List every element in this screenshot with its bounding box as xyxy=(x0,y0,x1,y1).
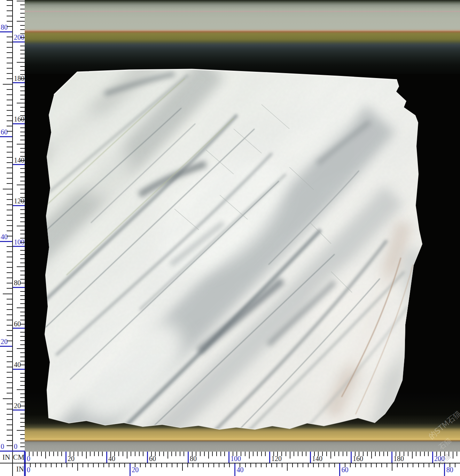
ruler-tick xyxy=(318,463,319,467)
ruler-tick xyxy=(150,463,151,467)
ruler-tick xyxy=(161,463,162,467)
ruler-tick xyxy=(303,463,303,467)
ruler-tick xyxy=(455,463,455,467)
ruler-tick xyxy=(124,463,125,467)
ruler-tick xyxy=(35,463,36,467)
ruler-tick xyxy=(439,463,440,467)
ruler-tick xyxy=(213,463,214,467)
ruler-tick xyxy=(219,463,219,467)
corner-top-border xyxy=(0,451,25,452)
ruler-tick xyxy=(397,463,398,467)
ruler-tick xyxy=(287,463,288,471)
ruler-tick xyxy=(187,463,188,467)
ruler-tick xyxy=(224,463,225,467)
ruler-tick xyxy=(208,463,209,467)
ruler-tick xyxy=(93,463,94,467)
ruler-tick xyxy=(98,463,99,467)
ruler-tick xyxy=(329,463,329,467)
ruler-tick xyxy=(323,463,324,467)
ruler-tick xyxy=(240,463,240,467)
ruler-tick xyxy=(203,463,204,467)
stone-slab-scan-page: 的STM石猫 石猫 020406080 02040608010012014016… xyxy=(0,0,460,476)
ruler-tick xyxy=(292,463,293,467)
ruler-tick xyxy=(198,463,198,467)
ruler-tick xyxy=(276,463,277,467)
ruler-tick xyxy=(156,463,157,467)
ruler-tick xyxy=(119,463,120,467)
ruler-tick xyxy=(83,463,83,467)
ruler-bottom-inches: 020406080 xyxy=(0,0,460,476)
ruler-tick xyxy=(334,463,335,467)
ruler-tick xyxy=(271,463,272,467)
ruler-tick xyxy=(376,463,377,467)
ruler-tick xyxy=(450,463,450,467)
ruler-tick xyxy=(61,463,62,467)
ruler-tick xyxy=(114,463,115,467)
ruler-tick xyxy=(245,463,246,467)
ruler-tick xyxy=(103,463,104,467)
ruler-tick xyxy=(381,463,382,467)
bottom-rulers-divider xyxy=(0,463,460,463)
ruler-tick xyxy=(177,463,178,467)
ruler-tick xyxy=(429,463,429,467)
ruler-tick xyxy=(250,463,251,467)
ruler-tick xyxy=(308,463,309,467)
ruler-tick xyxy=(360,463,361,467)
corner-label-in-row2: IN xyxy=(13,463,24,475)
ruler-tick xyxy=(182,463,183,471)
ruler-tick xyxy=(30,463,31,467)
ruler-tick xyxy=(261,463,262,467)
ruler-major-line xyxy=(444,463,445,476)
ruler-tick xyxy=(355,463,356,467)
ruler-tick xyxy=(109,463,109,467)
ruler-tick xyxy=(402,463,403,467)
ruler-tick xyxy=(345,463,345,467)
ruler-tick xyxy=(193,463,193,467)
ruler-tick xyxy=(140,463,141,467)
ruler-tick xyxy=(67,463,67,467)
ruler-tick xyxy=(40,463,41,467)
ruler-tick xyxy=(282,463,282,467)
ruler-divider-vertical xyxy=(12,0,13,476)
ruler-tick xyxy=(135,463,135,467)
ruler-tick xyxy=(350,463,351,467)
ruler-tick xyxy=(423,463,424,467)
ruler-tick xyxy=(46,463,46,467)
ruler-tick xyxy=(51,463,52,467)
ruler-major-line xyxy=(130,463,131,476)
ruler-tick xyxy=(229,463,230,467)
ruler-tick xyxy=(256,463,256,467)
ruler-tick xyxy=(172,463,172,467)
ruler-tick xyxy=(392,463,392,471)
ruler-major-line xyxy=(339,463,340,476)
ruler-major-line xyxy=(234,463,235,476)
corner-label-in-row1: IN xyxy=(0,452,13,463)
ruler-tick xyxy=(434,463,435,467)
ruler-tick xyxy=(413,463,413,467)
ruler-tick xyxy=(77,463,78,471)
ruler-tick xyxy=(407,463,408,467)
ruler-tick xyxy=(145,463,146,467)
ruler-tick xyxy=(72,463,73,467)
ruler-tick xyxy=(88,463,88,467)
ruler-tick xyxy=(371,463,372,467)
ruler-tick xyxy=(166,463,167,467)
ruler-tick xyxy=(56,463,57,467)
ruler-tick xyxy=(313,463,314,467)
ruler-tick xyxy=(366,463,366,467)
ruler-tick xyxy=(387,463,387,467)
ruler-tick xyxy=(297,463,298,467)
corner-label-cm-row1: CM xyxy=(13,452,25,463)
ruler-tick xyxy=(266,463,267,467)
ruler-tick xyxy=(418,463,419,467)
